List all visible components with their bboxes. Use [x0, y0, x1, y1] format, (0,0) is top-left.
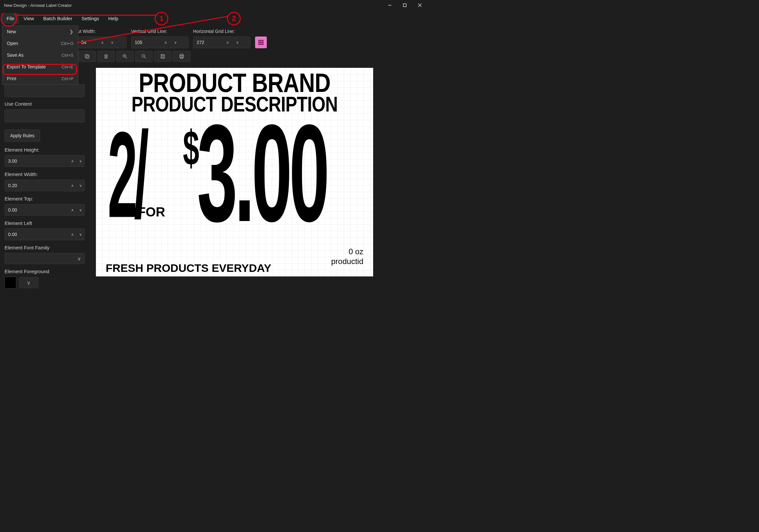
element-font-label: Element Font Family	[5, 245, 85, 250]
window-title: New Design - Arrowat Label Creator	[4, 3, 72, 8]
submenu-arrow-icon: ❯	[69, 29, 73, 34]
canvas-area: PRODUCT BRAND PRODUCT DESCRIPTION 2/ FOR…	[89, 64, 427, 299]
file-menu-save-as[interactable]: Save As Ctrl+S	[2, 49, 78, 61]
element-font-dropdown[interactable]: ∨	[5, 253, 85, 264]
spinner-up-icon[interactable]: ∧	[68, 156, 77, 167]
hgrid-input[interactable]	[193, 37, 223, 48]
file-menu-new[interactable]: New ❯	[2, 26, 78, 37]
main: Use Content Apply Rules Element Height: …	[0, 64, 427, 299]
shortcut: Ctrl+S	[61, 53, 73, 58]
svg-rect-8	[260, 42, 262, 43]
label-productid[interactable]: productid	[331, 257, 363, 266]
print-button[interactable]	[173, 51, 190, 62]
spinner-up-icon[interactable]: ∧	[68, 205, 77, 215]
minimize-button[interactable]	[382, 0, 397, 11]
menu-settings[interactable]: Settings	[77, 13, 104, 24]
zoom-out-icon	[141, 54, 147, 59]
titlebar: New Design - Arrowat Label Creator	[0, 0, 427, 11]
spinner-up-icon[interactable]: ∧	[223, 37, 233, 48]
spinner-up-icon[interactable]: ∧	[68, 229, 77, 240]
zoom-in-button[interactable]	[116, 51, 134, 62]
spinner-down-icon[interactable]: ∨	[171, 37, 180, 48]
spinner-up-icon[interactable]: ∧	[68, 180, 77, 191]
element-width-spinner[interactable]: ∧ ∨	[5, 180, 85, 191]
copy-button[interactable]	[78, 51, 96, 62]
layout-width-spinner[interactable]: ∧ ∨	[78, 36, 127, 48]
spinner-down-icon[interactable]: ∨	[77, 229, 85, 240]
content-input[interactable]	[5, 84, 85, 97]
menu-label: Print	[7, 76, 16, 81]
svg-rect-19	[180, 57, 183, 59]
vgrid-label: Vertical Grid Line:	[131, 29, 188, 35]
spinner-up-icon[interactable]: ∧	[161, 37, 171, 48]
svg-rect-4	[258, 40, 260, 41]
element-left-label: Element Left	[5, 220, 85, 226]
label-price[interactable]: 3.00	[197, 104, 327, 242]
spinner-down-icon[interactable]: ∨	[77, 180, 85, 191]
use-content-label: Use Content	[5, 101, 85, 107]
use-content-input[interactable]	[5, 109, 85, 122]
element-width-input[interactable]	[5, 183, 68, 188]
element-left-spinner[interactable]: ∧ ∨	[5, 229, 85, 240]
svg-rect-5	[260, 40, 262, 41]
menu-label: Open	[7, 41, 18, 46]
save-button[interactable]	[154, 51, 172, 62]
menu-batch-builder[interactable]: Batch Builder	[38, 13, 77, 24]
layout-width-input[interactable]	[78, 37, 98, 48]
element-height-label: Element Height:	[5, 147, 85, 153]
file-menu-export-template[interactable]: Export To Template Ctrl+E	[2, 61, 78, 73]
element-height-spinner[interactable]: ∧ ∨	[5, 155, 85, 167]
shortcut: Ctrl+O	[61, 41, 73, 46]
label-size[interactable]: 0 oz	[349, 247, 363, 256]
close-button[interactable]	[412, 0, 427, 11]
copy-icon	[84, 54, 90, 59]
delete-button[interactable]	[97, 51, 115, 62]
hgrid-spinner[interactable]: ∧ ∨	[193, 36, 251, 48]
shortcut: Ctrl+P	[61, 76, 73, 81]
element-top-input[interactable]	[5, 207, 68, 212]
svg-rect-14	[85, 55, 88, 57]
trash-icon	[103, 54, 109, 59]
grid-icon	[258, 39, 264, 45]
svg-rect-12	[262, 44, 264, 45]
element-top-label: Element Top:	[5, 196, 85, 202]
spinner-down-icon[interactable]: ∨	[107, 37, 117, 48]
vgrid-input[interactable]	[132, 37, 161, 48]
spinner-up-icon[interactable]: ∧	[98, 37, 107, 48]
zoom-in-icon	[122, 54, 128, 59]
element-top-spinner[interactable]: ∧ ∨	[5, 204, 85, 216]
element-height-input[interactable]	[5, 158, 68, 164]
svg-rect-6	[262, 40, 264, 41]
svg-rect-10	[258, 44, 260, 45]
zoom-out-button[interactable]	[135, 51, 153, 62]
menubar: File View Batch Builder Settings Help	[0, 11, 427, 26]
svg-rect-9	[262, 42, 264, 43]
svg-rect-7	[258, 42, 260, 43]
menu-label: Export To Template	[7, 64, 46, 69]
svg-rect-1	[404, 4, 406, 7]
vgrid-spinner[interactable]: ∧ ∨	[131, 36, 188, 48]
properties-sidebar: Use Content Apply Rules Element Height: …	[0, 64, 89, 299]
grid-toggle-button[interactable]	[255, 36, 267, 48]
shortcut: Ctrl+E	[61, 64, 73, 69]
apply-rules-button[interactable]: Apply Rules	[5, 130, 40, 142]
layout-width-label: ut Width:	[78, 29, 127, 35]
spinner-down-icon[interactable]: ∨	[233, 37, 242, 48]
menu-file[interactable]: File	[2, 13, 19, 24]
color-dropdown[interactable]: ∨	[19, 277, 38, 288]
element-fg-picker[interactable]: ∨	[5, 277, 85, 288]
label-slogan[interactable]: FRESH PRODUCTS EVERYDAY	[106, 262, 271, 275]
label-canvas[interactable]: PRODUCT BRAND PRODUCT DESCRIPTION 2/ FOR…	[96, 68, 373, 277]
color-swatch[interactable]	[5, 277, 16, 288]
window-controls	[382, 0, 427, 11]
file-menu-dropdown: New ❯ Open Ctrl+O Save As Ctrl+S Export …	[2, 25, 78, 85]
spinner-down-icon[interactable]: ∨	[77, 205, 85, 215]
element-left-input[interactable]	[5, 232, 68, 237]
file-menu-print[interactable]: Print Ctrl+P	[2, 73, 78, 85]
menu-help[interactable]: Help	[104, 13, 123, 24]
menu-view[interactable]: View	[19, 13, 38, 24]
maximize-button[interactable]	[397, 0, 412, 11]
label-for[interactable]: FOR	[138, 205, 165, 219]
file-menu-open[interactable]: Open Ctrl+O	[2, 37, 78, 49]
spinner-down-icon[interactable]: ∨	[77, 156, 85, 167]
